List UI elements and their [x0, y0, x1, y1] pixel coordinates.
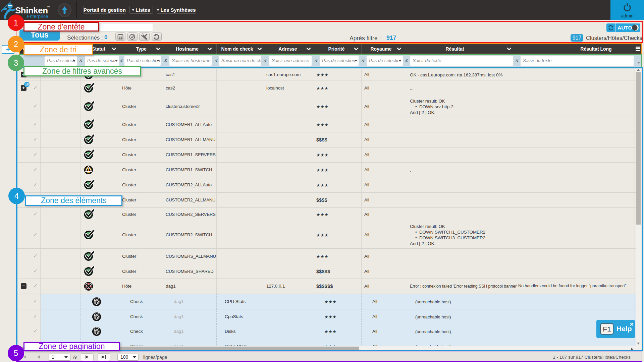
svg-text:15: 15: [119, 36, 122, 39]
